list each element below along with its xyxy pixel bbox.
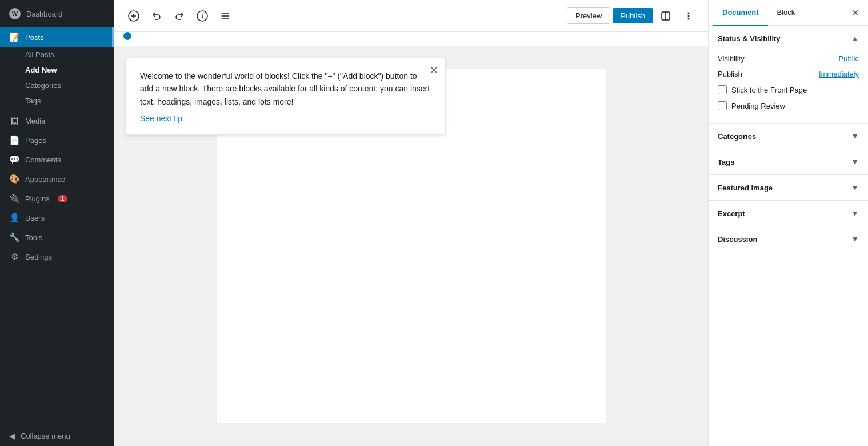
tooltip-close-button[interactable]: ✕: [430, 64, 438, 77]
svg-point-11: [688, 12, 690, 14]
sidebar-plugins-label: Plugins: [25, 194, 50, 203]
more-options-button[interactable]: [678, 6, 699, 26]
panel-close-button[interactable]: ✕: [847, 3, 863, 23]
appearance-icon: 🎨: [9, 174, 19, 184]
pending-review-label: Pending Review: [731, 102, 785, 110]
sidebar-item-comments[interactable]: 💬 Comments: [0, 150, 114, 169]
right-panel: Document Block ✕ Status & Visibility ▲ V…: [708, 0, 868, 446]
posts-icon: 📝: [9, 32, 19, 42]
excerpt-header[interactable]: Excerpt ▼: [709, 201, 868, 226]
status-visibility-title: Status & Visibility: [718, 34, 781, 43]
list-view-button[interactable]: [215, 6, 235, 26]
status-visibility-content: Visibility Public Publish Immediately St…: [709, 51, 868, 123]
preview-button[interactable]: Preview: [567, 7, 610, 24]
welcome-tooltip: ✕ Welcome to the wonderful world of bloc…: [126, 58, 446, 135]
sidebar-item-media[interactable]: 🖼 Media: [0, 111, 114, 130]
sidebar-posts-label: Posts: [25, 33, 44, 42]
publish-row: Publish Immediately: [718, 66, 859, 82]
publish-button[interactable]: Publish: [613, 8, 653, 23]
plugins-icon: 🔌: [9, 193, 19, 204]
publish-label: Publish: [621, 11, 645, 20]
main-content: Preview Publish ✕ Welcome to the wonder: [114, 0, 708, 446]
pending-review-row: Pending Review: [718, 98, 859, 114]
media-icon: 🖼: [9, 116, 19, 126]
all-posts-label: All Posts: [25, 50, 54, 59]
tab-block-label: Block: [777, 8, 795, 17]
tags-section: Tags ▼: [709, 149, 868, 175]
redo-button[interactable]: [169, 6, 190, 26]
users-icon: 👤: [9, 213, 19, 223]
settings-icon: ⚙: [9, 252, 19, 262]
undo-button[interactable]: [146, 6, 167, 26]
sidebar-sub-tags[interactable]: Tags: [0, 93, 114, 109]
collapse-menu-button[interactable]: ◀ Collapse menu: [0, 426, 114, 446]
featured-image-header[interactable]: Featured Image ▼: [709, 175, 868, 200]
pending-review-checkbox[interactable]: [718, 101, 727, 110]
categories-title: Categories: [718, 132, 756, 141]
sidebar-appearance-label: Appearance: [25, 175, 65, 184]
tab-block[interactable]: Block: [768, 0, 805, 26]
panel-tabs: Document Block ✕: [709, 0, 868, 26]
stick-front-page-checkbox[interactable]: [718, 85, 727, 94]
plugins-badge: 1: [58, 195, 68, 202]
sidebar: W Dashboard 📝 Posts All Posts Add New Ca…: [0, 0, 114, 446]
add-new-label: Add New: [25, 66, 57, 74]
sidebar-settings-label: Settings: [25, 253, 52, 261]
svg-point-13: [688, 18, 690, 19]
sidebar-sub-add-new[interactable]: Add New: [0, 62, 114, 78]
sidebar-item-users[interactable]: 👤 Users: [0, 208, 114, 228]
visibility-value[interactable]: Public: [839, 54, 859, 63]
tools-icon: 🔧: [9, 232, 19, 242]
sidebar-item-settings[interactable]: ⚙ Settings: [0, 247, 114, 266]
excerpt-title: Excerpt: [718, 209, 745, 218]
svg-rect-9: [662, 12, 670, 20]
svg-point-5: [202, 13, 203, 14]
categories-header[interactable]: Categories ▼: [709, 124, 868, 149]
sidebar-sub-all-posts[interactable]: All Posts: [0, 47, 114, 62]
tags-header[interactable]: Tags ▼: [709, 149, 868, 174]
sidebar-sub-categories[interactable]: Categories: [0, 78, 114, 93]
tags-label: Tags: [25, 97, 41, 105]
block-active-indicator: [123, 32, 131, 40]
dashboard-label: Dashboard: [26, 10, 63, 18]
tags-chevron-icon: ▼: [851, 157, 859, 166]
add-block-button[interactable]: [123, 6, 144, 26]
dashboard-link[interactable]: W Dashboard: [0, 0, 114, 27]
status-visibility-section: Status & Visibility ▲ Visibility Public …: [709, 26, 868, 124]
sidebar-item-pages[interactable]: 📄 Pages: [0, 130, 114, 150]
excerpt-chevron-icon: ▼: [851, 209, 859, 218]
sidebar-item-plugins[interactable]: 🔌 Plugins 1: [0, 189, 114, 208]
tags-title: Tags: [718, 158, 734, 166]
collapse-label: Collapse menu: [21, 432, 70, 440]
discussion-section: Discussion ▼: [709, 226, 868, 252]
sidebar-item-posts[interactable]: 📝 Posts: [0, 27, 114, 47]
excerpt-section: Excerpt ▼: [709, 201, 868, 226]
see-next-tip-link[interactable]: See next tip: [140, 114, 431, 123]
discussion-chevron-icon: ▼: [851, 234, 859, 244]
comments-icon: 💬: [9, 154, 19, 165]
tab-document[interactable]: Document: [713, 0, 768, 26]
featured-image-title: Featured Image: [718, 184, 773, 192]
sidebar-item-appearance[interactable]: 🎨 Appearance: [0, 169, 114, 189]
wp-logo-icon: W: [9, 8, 21, 19]
sidebar-users-label: Users: [25, 214, 45, 222]
sidebar-item-tools[interactable]: 🔧 Tools: [0, 228, 114, 247]
discussion-header[interactable]: Discussion ▼: [709, 226, 868, 252]
visibility-label: Visibility: [718, 54, 745, 63]
svg-point-12: [688, 15, 690, 17]
preview-label: Preview: [575, 11, 602, 20]
editor-area[interactable]: ✕ Welcome to the wonderful world of bloc…: [114, 46, 708, 446]
discussion-title: Discussion: [718, 235, 757, 244]
settings-button[interactable]: [655, 6, 676, 26]
tooltip-text: Welcome to the wonderful world of blocks…: [140, 70, 431, 108]
editor-toolbar: Preview Publish: [114, 0, 708, 32]
status-chevron-up-icon: ▲: [851, 34, 859, 43]
stick-front-page-label: Stick to the Front Page: [731, 86, 807, 94]
status-visibility-header[interactable]: Status & Visibility ▲: [709, 26, 868, 51]
info-button[interactable]: [192, 6, 213, 26]
featured-image-chevron-icon: ▼: [851, 183, 859, 192]
sidebar-media-label: Media: [25, 117, 45, 125]
sidebar-pages-label: Pages: [25, 136, 46, 145]
publish-value[interactable]: Immediately: [819, 70, 859, 78]
categories-section: Categories ▼: [709, 124, 868, 149]
